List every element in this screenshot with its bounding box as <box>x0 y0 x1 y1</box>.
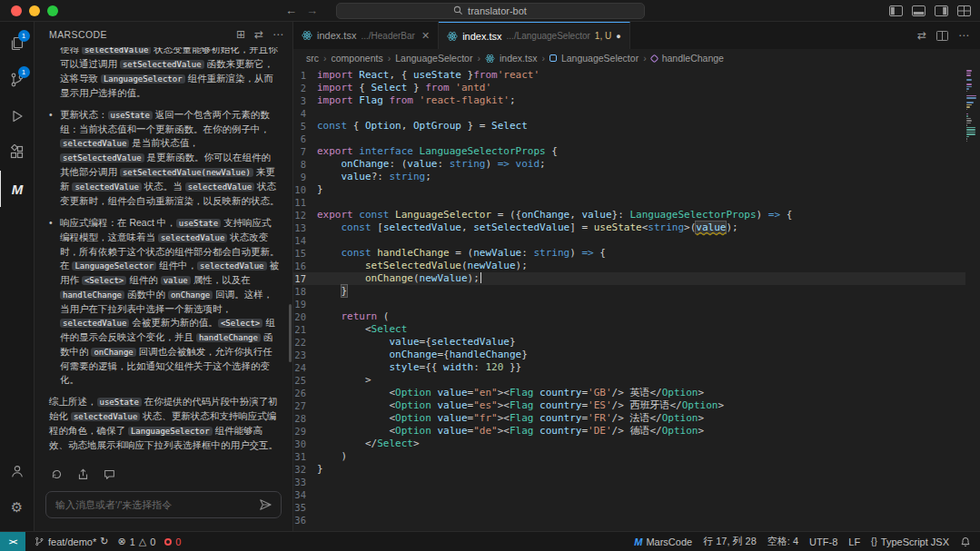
sidebar-item-extensions[interactable] <box>0 134 35 171</box>
code-line[interactable]: 22 value={selectedValue} <box>293 336 965 349</box>
command-center-search[interactable]: translator-bot <box>336 3 645 19</box>
code-line[interactable]: 10} <box>293 183 965 196</box>
tab-index-languageselector[interactable]: index.tsx .../LanguageSelector 1, U ● <box>439 22 630 49</box>
eol-item[interactable]: LF <box>848 536 860 547</box>
customize-layout-icon[interactable] <box>957 5 971 16</box>
record-item[interactable]: 0 <box>164 536 181 547</box>
code-line[interactable]: 23 onChange={handleChange} <box>293 349 965 361</box>
chat-messages[interactable]: seState(value) 中的 value 表示状态的初始值。在这个例子中，… <box>35 47 292 462</box>
code-line[interactable]: 14 <box>293 234 965 247</box>
breadcrumb-item[interactable]: LanguageSelector <box>561 53 638 64</box>
code-line[interactable]: 35 <box>293 501 965 514</box>
breadcrumb-item[interactable]: handleChange <box>662 53 724 64</box>
line-number[interactable]: 6 <box>293 133 317 145</box>
line-number[interactable]: 9 <box>293 171 317 183</box>
code-line[interactable]: 3import Flag from 'react-flagkit'; <box>293 94 965 107</box>
code-line[interactable]: 26 <Option value="en"><Flag country='GB'… <box>293 387 965 399</box>
navigate-forward-icon[interactable]: → <box>306 4 318 17</box>
code-line[interactable]: 32} <box>293 463 965 476</box>
line-number[interactable]: 26 <box>293 387 317 399</box>
line-number[interactable]: 27 <box>293 399 317 412</box>
more-actions-icon[interactable]: ⋯ <box>272 28 283 41</box>
sidebar-item-marscode[interactable]: M <box>0 171 35 207</box>
code-line[interactable]: 9 value?: string; <box>293 171 965 183</box>
code-line[interactable]: 27 <Option value="es"><Flag country='ES'… <box>293 399 965 412</box>
line-number[interactable]: 7 <box>293 145 317 158</box>
code-line[interactable]: 8 onChange: (value: string) => void; <box>293 158 965 171</box>
minimize-window-button[interactable] <box>29 5 40 16</box>
regenerate-icon[interactable] <box>51 468 63 480</box>
send-icon[interactable] <box>259 498 272 511</box>
share-icon[interactable] <box>77 468 89 480</box>
breadcrumb-item[interactable]: src <box>306 53 319 64</box>
toggle-secondary-sidebar-icon[interactable] <box>935 5 948 16</box>
editor-more-actions-icon[interactable]: ⋯ <box>958 29 969 42</box>
git-branch-item[interactable]: feat/demo* ↻ <box>35 536 108 547</box>
line-number[interactable]: 19 <box>293 298 317 310</box>
line-number[interactable]: 1 <box>293 69 317 82</box>
breadcrumb-item[interactable]: index.tsx <box>500 53 537 64</box>
line-number[interactable]: 16 <box>293 260 317 272</box>
settings-button[interactable]: ⚙ <box>0 489 35 526</box>
code-line[interactable]: 5const { Option, OptGroup } = Select <box>293 120 965 133</box>
line-number[interactable]: 10 <box>293 183 317 196</box>
history-icon[interactable]: ⇄ <box>254 28 263 41</box>
line-number[interactable]: 15 <box>293 247 317 260</box>
line-number[interactable]: 3 <box>293 94 317 107</box>
code-line[interactable]: 15 const handleChange = (newValue: strin… <box>293 247 965 260</box>
line-number[interactable]: 35 <box>293 501 317 514</box>
cursor-position-item[interactable]: 行 17, 列 28 <box>703 535 757 548</box>
account-button[interactable] <box>0 453 35 489</box>
split-editor-icon[interactable] <box>936 31 948 41</box>
line-number[interactable]: 34 <box>293 488 317 501</box>
line-number[interactable]: 25 <box>293 374 317 387</box>
code-line[interactable]: 21 <Select <box>293 323 965 336</box>
indentation-item[interactable]: 空格: 4 <box>767 535 798 548</box>
line-number[interactable]: 8 <box>293 158 317 171</box>
line-number[interactable]: 30 <box>293 438 317 450</box>
line-number[interactable]: 33 <box>293 476 317 488</box>
notifications-bell-icon[interactable] <box>960 536 971 547</box>
line-number[interactable]: 29 <box>293 425 317 438</box>
line-number[interactable]: 23 <box>293 349 317 361</box>
line-number[interactable]: 4 <box>293 107 317 120</box>
line-number[interactable]: 24 <box>293 361 317 374</box>
code-line[interactable]: 28 <Option value="fr"><Flag country='FR'… <box>293 412 965 425</box>
code-line[interactable]: 24 style={{ width: 120 }} <box>293 361 965 374</box>
code-line[interactable]: 2import { Select } from 'antd' <box>293 82 965 94</box>
sidebar-item-explorer[interactable]: 1 <box>0 25 35 62</box>
line-number[interactable]: 32 <box>293 463 317 476</box>
close-tab-icon[interactable]: ✕ <box>421 30 430 42</box>
line-number[interactable]: 12 <box>293 209 317 221</box>
comment-icon[interactable] <box>104 468 115 480</box>
code-line[interactable]: 18 } <box>293 285 965 298</box>
chat-input[interactable] <box>55 499 259 510</box>
modified-dot-icon[interactable]: ● <box>616 32 620 41</box>
code-line[interactable]: 11 <box>293 196 965 209</box>
toggle-panel-icon[interactable] <box>912 5 926 16</box>
code-line[interactable]: 20 return ( <box>293 310 965 323</box>
breadcrumb-item[interactable]: components <box>332 53 383 64</box>
toggle-primary-sidebar-icon[interactable] <box>889 5 903 16</box>
navigate-back-icon[interactable]: ← <box>285 4 297 17</box>
code-line[interactable]: 6 <box>293 133 965 145</box>
sync-icon[interactable]: ↻ <box>100 536 108 547</box>
language-mode-item[interactable]: {} TypeScript JSX <box>871 536 949 547</box>
marscode-status-item[interactable]: M MarsCode <box>634 536 692 547</box>
zoom-window-button[interactable] <box>47 5 58 16</box>
code-line[interactable]: 7export interface LanguageSelectorProps … <box>293 145 965 158</box>
line-number[interactable]: 13 <box>293 221 317 234</box>
code-line[interactable]: 34 <box>293 488 965 501</box>
line-number[interactable]: 21 <box>293 323 317 336</box>
close-window-button[interactable] <box>11 5 22 16</box>
line-number[interactable]: 5 <box>293 120 317 133</box>
code-line[interactable]: 19 <box>293 298 965 310</box>
code-line[interactable]: 33 <box>293 476 965 488</box>
tab-index-headerbar[interactable]: index.tsx .../HeaderBar ✕ <box>293 22 439 49</box>
code-line[interactable]: 16 setSelectedValue(newValue); <box>293 260 965 272</box>
minimap[interactable] <box>966 70 978 151</box>
code-line[interactable]: 30 </Select> <box>293 438 965 450</box>
line-number[interactable]: 20 <box>293 310 317 323</box>
line-number[interactable]: 28 <box>293 412 317 425</box>
code-line[interactable]: 29 <Option value="de"><Flag country='DE'… <box>293 425 965 438</box>
